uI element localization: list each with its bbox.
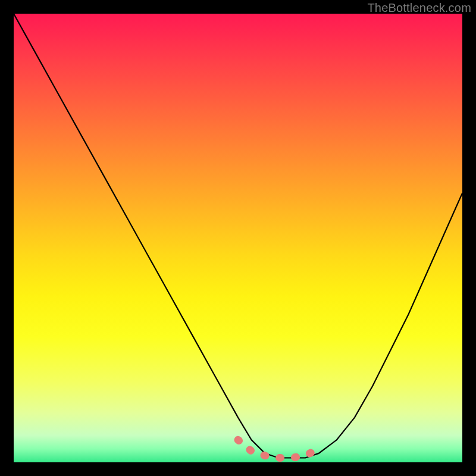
credit-watermark: TheBottleneck.com <box>367 1 471 15</box>
optimal-range-marker <box>238 440 319 458</box>
curve-layer <box>14 14 462 462</box>
plot-area <box>14 14 462 462</box>
bottleneck-curve <box>14 14 462 458</box>
chart-frame: TheBottleneck.com <box>0 0 476 476</box>
